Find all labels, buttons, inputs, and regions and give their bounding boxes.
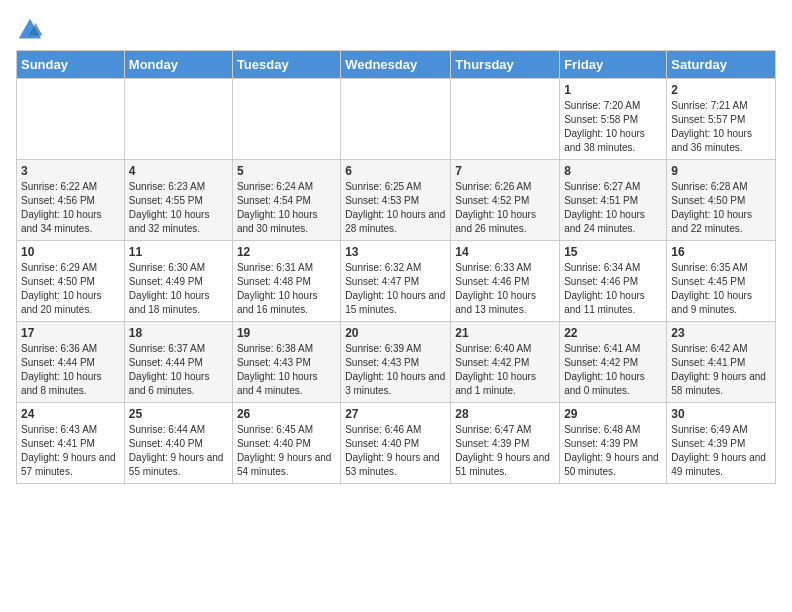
calendar-table: SundayMondayTuesdayWednesdayThursdayFrid…: [16, 50, 776, 484]
cell-date-number: 28: [455, 407, 555, 421]
calendar-cell: 17Sunrise: 6:36 AM Sunset: 4:44 PM Dayli…: [17, 322, 125, 403]
cell-date-number: 18: [129, 326, 228, 340]
cell-date-number: 16: [671, 245, 771, 259]
cell-daylight-info: Sunrise: 6:39 AM Sunset: 4:43 PM Dayligh…: [345, 342, 446, 398]
cell-daylight-info: Sunrise: 6:41 AM Sunset: 4:42 PM Dayligh…: [564, 342, 662, 398]
cell-daylight-info: Sunrise: 6:25 AM Sunset: 4:53 PM Dayligh…: [345, 180, 446, 236]
calendar-header: SundayMondayTuesdayWednesdayThursdayFrid…: [17, 51, 776, 79]
cell-date-number: 1: [564, 83, 662, 97]
calendar-cell: [17, 79, 125, 160]
cell-date-number: 12: [237, 245, 336, 259]
cell-daylight-info: Sunrise: 6:36 AM Sunset: 4:44 PM Dayligh…: [21, 342, 120, 398]
calendar-body: 1Sunrise: 7:20 AM Sunset: 5:58 PM Daylig…: [17, 79, 776, 484]
cell-daylight-info: Sunrise: 6:27 AM Sunset: 4:51 PM Dayligh…: [564, 180, 662, 236]
cell-daylight-info: Sunrise: 6:37 AM Sunset: 4:44 PM Dayligh…: [129, 342, 228, 398]
cell-date-number: 19: [237, 326, 336, 340]
logo-icon: [16, 16, 44, 44]
calendar-cell: 28Sunrise: 6:47 AM Sunset: 4:39 PM Dayli…: [451, 403, 560, 484]
cell-date-number: 4: [129, 164, 228, 178]
cell-daylight-info: Sunrise: 6:23 AM Sunset: 4:55 PM Dayligh…: [129, 180, 228, 236]
day-header-wednesday: Wednesday: [341, 51, 451, 79]
cell-daylight-info: Sunrise: 6:47 AM Sunset: 4:39 PM Dayligh…: [455, 423, 555, 479]
calendar-cell: 2Sunrise: 7:21 AM Sunset: 5:57 PM Daylig…: [667, 79, 776, 160]
calendar-cell: 27Sunrise: 6:46 AM Sunset: 4:40 PM Dayli…: [341, 403, 451, 484]
cell-date-number: 10: [21, 245, 120, 259]
cell-date-number: 5: [237, 164, 336, 178]
cell-daylight-info: Sunrise: 6:33 AM Sunset: 4:46 PM Dayligh…: [455, 261, 555, 317]
calendar-cell: 14Sunrise: 6:33 AM Sunset: 4:46 PM Dayli…: [451, 241, 560, 322]
cell-daylight-info: Sunrise: 6:46 AM Sunset: 4:40 PM Dayligh…: [345, 423, 446, 479]
week-row-1: 3Sunrise: 6:22 AM Sunset: 4:56 PM Daylig…: [17, 160, 776, 241]
cell-date-number: 24: [21, 407, 120, 421]
calendar-cell: 12Sunrise: 6:31 AM Sunset: 4:48 PM Dayli…: [232, 241, 340, 322]
cell-date-number: 27: [345, 407, 446, 421]
cell-daylight-info: Sunrise: 6:38 AM Sunset: 4:43 PM Dayligh…: [237, 342, 336, 398]
cell-date-number: 7: [455, 164, 555, 178]
calendar-cell: [232, 79, 340, 160]
cell-daylight-info: Sunrise: 6:40 AM Sunset: 4:42 PM Dayligh…: [455, 342, 555, 398]
cell-daylight-info: Sunrise: 6:35 AM Sunset: 4:45 PM Dayligh…: [671, 261, 771, 317]
cell-daylight-info: Sunrise: 6:26 AM Sunset: 4:52 PM Dayligh…: [455, 180, 555, 236]
cell-date-number: 23: [671, 326, 771, 340]
calendar-cell: 16Sunrise: 6:35 AM Sunset: 4:45 PM Dayli…: [667, 241, 776, 322]
cell-daylight-info: Sunrise: 6:48 AM Sunset: 4:39 PM Dayligh…: [564, 423, 662, 479]
calendar-cell: 11Sunrise: 6:30 AM Sunset: 4:49 PM Dayli…: [124, 241, 232, 322]
day-header-sunday: Sunday: [17, 51, 125, 79]
cell-daylight-info: Sunrise: 6:32 AM Sunset: 4:47 PM Dayligh…: [345, 261, 446, 317]
calendar-cell: 29Sunrise: 6:48 AM Sunset: 4:39 PM Dayli…: [560, 403, 667, 484]
day-header-monday: Monday: [124, 51, 232, 79]
calendar-cell: 13Sunrise: 6:32 AM Sunset: 4:47 PM Dayli…: [341, 241, 451, 322]
calendar-cell: [451, 79, 560, 160]
cell-date-number: 3: [21, 164, 120, 178]
cell-date-number: 6: [345, 164, 446, 178]
calendar-cell: 25Sunrise: 6:44 AM Sunset: 4:40 PM Dayli…: [124, 403, 232, 484]
cell-date-number: 25: [129, 407, 228, 421]
week-row-2: 10Sunrise: 6:29 AM Sunset: 4:50 PM Dayli…: [17, 241, 776, 322]
cell-date-number: 20: [345, 326, 446, 340]
cell-daylight-info: Sunrise: 6:31 AM Sunset: 4:48 PM Dayligh…: [237, 261, 336, 317]
cell-daylight-info: Sunrise: 6:29 AM Sunset: 4:50 PM Dayligh…: [21, 261, 120, 317]
cell-daylight-info: Sunrise: 6:34 AM Sunset: 4:46 PM Dayligh…: [564, 261, 662, 317]
cell-date-number: 2: [671, 83, 771, 97]
cell-date-number: 26: [237, 407, 336, 421]
cell-daylight-info: Sunrise: 6:43 AM Sunset: 4:41 PM Dayligh…: [21, 423, 120, 479]
cell-daylight-info: Sunrise: 6:30 AM Sunset: 4:49 PM Dayligh…: [129, 261, 228, 317]
calendar-cell: 15Sunrise: 6:34 AM Sunset: 4:46 PM Dayli…: [560, 241, 667, 322]
cell-date-number: 15: [564, 245, 662, 259]
calendar-cell: 22Sunrise: 6:41 AM Sunset: 4:42 PM Dayli…: [560, 322, 667, 403]
calendar-cell: 18Sunrise: 6:37 AM Sunset: 4:44 PM Dayli…: [124, 322, 232, 403]
cell-date-number: 30: [671, 407, 771, 421]
calendar-cell: 23Sunrise: 6:42 AM Sunset: 4:41 PM Dayli…: [667, 322, 776, 403]
day-header-thursday: Thursday: [451, 51, 560, 79]
cell-daylight-info: Sunrise: 7:21 AM Sunset: 5:57 PM Dayligh…: [671, 99, 771, 155]
calendar-cell: 6Sunrise: 6:25 AM Sunset: 4:53 PM Daylig…: [341, 160, 451, 241]
cell-daylight-info: Sunrise: 6:28 AM Sunset: 4:50 PM Dayligh…: [671, 180, 771, 236]
calendar-cell: [124, 79, 232, 160]
calendar-cell: 7Sunrise: 6:26 AM Sunset: 4:52 PM Daylig…: [451, 160, 560, 241]
cell-date-number: 13: [345, 245, 446, 259]
cell-date-number: 17: [21, 326, 120, 340]
cell-date-number: 14: [455, 245, 555, 259]
calendar-cell: 30Sunrise: 6:49 AM Sunset: 4:39 PM Dayli…: [667, 403, 776, 484]
calendar-cell: [341, 79, 451, 160]
calendar-cell: 1Sunrise: 7:20 AM Sunset: 5:58 PM Daylig…: [560, 79, 667, 160]
day-header-tuesday: Tuesday: [232, 51, 340, 79]
cell-date-number: 9: [671, 164, 771, 178]
cell-daylight-info: Sunrise: 6:24 AM Sunset: 4:54 PM Dayligh…: [237, 180, 336, 236]
calendar-cell: 21Sunrise: 6:40 AM Sunset: 4:42 PM Dayli…: [451, 322, 560, 403]
cell-daylight-info: Sunrise: 6:49 AM Sunset: 4:39 PM Dayligh…: [671, 423, 771, 479]
week-row-4: 24Sunrise: 6:43 AM Sunset: 4:41 PM Dayli…: [17, 403, 776, 484]
logo: [16, 16, 48, 44]
calendar-cell: 3Sunrise: 6:22 AM Sunset: 4:56 PM Daylig…: [17, 160, 125, 241]
header: [16, 16, 776, 44]
cell-date-number: 11: [129, 245, 228, 259]
calendar-cell: 19Sunrise: 6:38 AM Sunset: 4:43 PM Dayli…: [232, 322, 340, 403]
calendar-cell: 9Sunrise: 6:28 AM Sunset: 4:50 PM Daylig…: [667, 160, 776, 241]
calendar-cell: 20Sunrise: 6:39 AM Sunset: 4:43 PM Dayli…: [341, 322, 451, 403]
cell-date-number: 8: [564, 164, 662, 178]
calendar-cell: 24Sunrise: 6:43 AM Sunset: 4:41 PM Dayli…: [17, 403, 125, 484]
page: SundayMondayTuesdayWednesdayThursdayFrid…: [0, 0, 792, 494]
cell-daylight-info: Sunrise: 6:42 AM Sunset: 4:41 PM Dayligh…: [671, 342, 771, 398]
cell-date-number: 29: [564, 407, 662, 421]
cell-daylight-info: Sunrise: 6:22 AM Sunset: 4:56 PM Dayligh…: [21, 180, 120, 236]
